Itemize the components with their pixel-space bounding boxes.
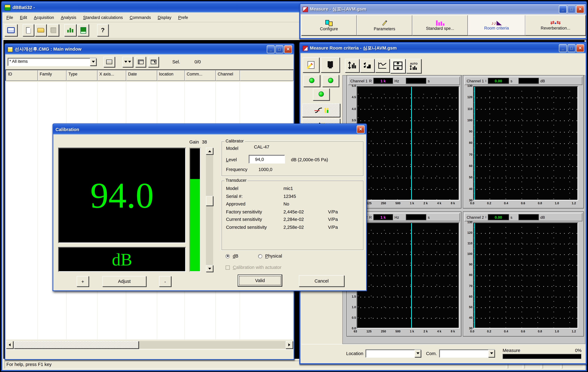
valid-button[interactable]: Valid [238,275,282,287]
parameters-button[interactable]: Parameters [357,15,412,35]
close-icon[interactable]: ✕ [576,44,584,52]
actuator-checkbox[interactable] [226,265,230,270]
menu-item[interactable]: Acquisition [31,14,57,21]
list-view-button[interactable] [135,57,146,67]
maximize-icon[interactable]: □ [568,5,576,13]
cursor-line[interactable] [411,87,412,200]
close-icon[interactable]: ✕ [284,45,292,53]
column-header-channel[interactable]: Channel [216,70,240,81]
filter-combobox[interactable]: * All items [8,58,97,66]
measure-toolbar: Configure Parameters Standard spe... ♪♪ … [300,14,586,36]
select-view-button[interactable] [148,57,159,67]
card-view-button[interactable] [104,57,115,67]
close-icon[interactable]: ✕ [357,125,365,133]
horizontal-scrollbar[interactable] [6,341,293,349]
menu-item[interactable]: File [3,14,16,21]
measure-titlebar[interactable]: Measure - 심포니AVM.gsm _ □ ✕ [300,4,586,14]
minimize-icon[interactable]: _ [267,45,275,53]
scroll-down-icon[interactable] [206,265,213,272]
help-button[interactable]: ? [97,24,108,36]
cursor-line[interactable] [474,87,475,200]
room-titlebar[interactable]: Measure Room criteria - 심포니AVM.gsm _ □ ✕ [300,43,586,53]
configure-button[interactable]: Configure [301,15,357,35]
gain-slider-thumb[interactable] [206,196,213,206]
x-tick: 1 k [410,330,414,333]
minimize-icon[interactable]: _ [559,5,567,13]
chart-header: Channel 1 I 0.00 s dB [464,77,582,85]
sort-button[interactable] [123,57,133,67]
column-header-location[interactable]: location [157,70,185,81]
room-criteria-button[interactable]: ♪♪ Room criteria [468,15,525,35]
menu-item[interactable]: Prefe [175,14,191,21]
menu-item[interactable]: Standard calculations [80,14,126,21]
column-header-comment[interactable]: Comm... [185,70,216,81]
minimize-icon[interactable]: _ [559,44,567,52]
unit-label: Hz [394,215,399,219]
maximize-icon[interactable]: □ [568,44,576,52]
menu-item[interactable]: Commands [126,14,154,21]
column-header-type[interactable]: Type [67,70,97,81]
transducer-row-unit: V/Pa [328,209,338,214]
column-header-family[interactable]: Family [38,70,67,81]
printer-button[interactable] [4,24,17,36]
open-button[interactable] [35,24,46,36]
notes-steps-button[interactable] [360,59,374,72]
led-button-3[interactable] [313,88,330,101]
maximize-icon[interactable]: □ [275,45,284,53]
cancel-button[interactable]: Cancel [299,275,344,287]
chart-header: Channel 1 R 1 k Hz s [348,77,460,85]
column-header-xaxis[interactable]: X axis... [97,70,126,81]
column-header-date[interactable]: Date [126,70,157,81]
close-icon[interactable]: ✕ [576,5,584,13]
probe-button[interactable] [321,58,340,72]
scroll-right-icon[interactable] [286,341,293,349]
browser-titlebar[interactable]: 선사개선후.CMG : Main window _ □ ✕ [5,44,294,54]
line-chart-button[interactable] [375,59,390,72]
new-document-button[interactable] [23,24,34,36]
comment-combobox[interactable] [439,349,495,357]
led-button-2[interactable] [322,75,339,87]
chevron-down-icon[interactable] [488,350,494,357]
calibrator-group: Calibrator Model CAL-47 Level 94,0 dB (2… [221,141,364,176]
x-tick: 0.8 [538,330,542,333]
x-tick: 0.4 [504,330,508,333]
x-tick: 63 [354,330,357,333]
reverberation-button[interactable]: ⇄●⇆ Reverberation... [525,15,586,35]
physical-radio[interactable] [258,254,262,258]
standard-spectrum-button[interactable]: Standard spe... [412,15,468,35]
y-tick: 70 [469,153,472,156]
y-tick: 110 [468,242,472,245]
minus-button[interactable]: - [159,276,171,287]
menu-item[interactable]: Analysis [57,14,80,21]
location-label: Location [346,351,363,356]
chart-export-button[interactable] [64,24,76,36]
column-header-id[interactable]: ID [6,70,38,81]
cursor-line[interactable] [411,223,412,328]
cursor-line[interactable] [474,223,475,328]
scroll-up-icon[interactable] [206,148,213,155]
db-radio[interactable] [226,254,230,258]
auto-scale-button[interactable]: AUTO [406,59,421,73]
led-button-1[interactable] [304,75,320,87]
overload-check-button[interactable] [302,103,340,117]
menu-item[interactable]: Display [154,14,175,21]
edit-measure-button[interactable] [303,58,319,72]
save-button[interactable] [48,24,59,36]
plus-button[interactable]: + [77,276,89,287]
location-combobox[interactable] [366,349,421,357]
chevron-down-icon[interactable] [415,350,421,357]
scroll-left-icon[interactable] [6,341,13,349]
scale-bars-button[interactable] [345,59,359,72]
menu-item[interactable]: Edit [16,14,31,21]
split-view-button[interactable] [390,59,406,73]
chevron-down-icon[interactable] [90,58,96,66]
gain-scrollbar[interactable] [206,148,213,272]
calibration-titlebar[interactable]: Calibration ✕ [53,124,366,134]
scrollbar-thumb[interactable] [14,341,139,349]
s-curve-icon [314,107,323,113]
level-input[interactable]: 94,0 [249,155,285,163]
adjust-button[interactable]: Adjust [103,276,146,287]
calculator-button[interactable] [77,24,89,36]
printer-icon [7,27,15,33]
unit-label: s [428,79,430,83]
